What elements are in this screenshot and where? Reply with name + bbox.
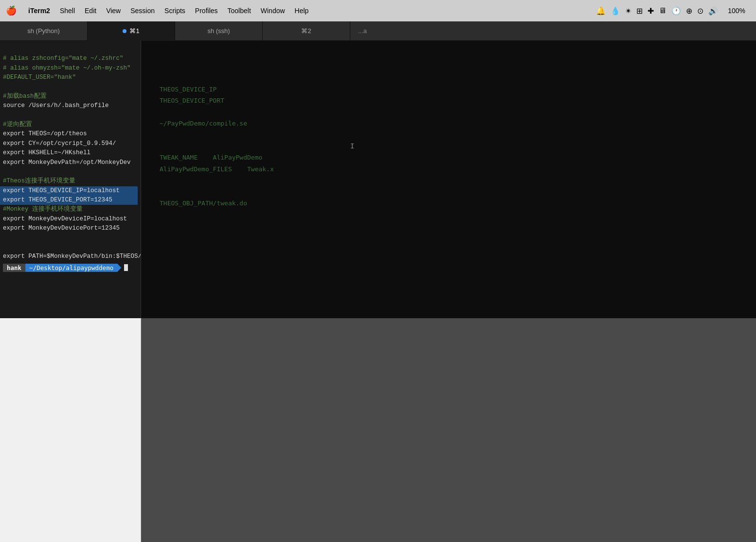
tab-cmd2-label: ⌘2 xyxy=(301,27,311,35)
tab-bar: sh (Python) ⌘1 sh (ssh) ⌘2 ...a xyxy=(0,21,756,41)
tab-cmd1[interactable]: ⌘1 xyxy=(88,21,175,41)
tab-extra-label: ...a xyxy=(358,27,367,35)
terminal-right-content: THEOS_DEVICE_IP THEOS_DEVICE_PORT ~/PayP… xyxy=(156,50,278,243)
bottom-right-pane xyxy=(141,318,756,542)
menubar-session[interactable]: Session xyxy=(126,5,160,17)
menubar-window[interactable]: Window xyxy=(256,5,290,17)
terminal-main-pane[interactable]: THEOS_DEVICE_IP THEOS_DEVICE_PORT ~/PayP… xyxy=(141,41,756,318)
menubar-help[interactable]: Help xyxy=(290,5,314,17)
cursor-indicator: I xyxy=(350,142,354,150)
menubar-view[interactable]: View xyxy=(101,5,126,17)
tab-cmd1-label: ⌘1 xyxy=(129,27,139,35)
prompt-username: hank xyxy=(3,264,25,272)
prompt-cursor xyxy=(124,264,128,271)
tab-ssh[interactable]: sh (ssh) xyxy=(175,21,263,41)
star-icon[interactable]: ✴ xyxy=(625,6,631,16)
menubar-iterm2[interactable]: iTerm2 xyxy=(23,5,55,17)
menubar-toolbelt[interactable]: Toolbelt xyxy=(223,5,256,17)
battery-pct: 100% xyxy=(723,5,750,17)
menubar-right: 🔔 💧 ✴ ⊞ ✚ 🖥 🕐 ⊕ ⊙ 🔊 100% xyxy=(596,5,750,17)
bottom-left-pane xyxy=(0,318,141,542)
tab-ssh-label: sh (ssh) xyxy=(207,27,230,35)
terminal-left-content: # alias zshconfig="mate ~/.zshrc" # alia… xyxy=(3,45,138,262)
monitor-icon[interactable]: 🖥 xyxy=(659,6,666,15)
prompt-line[interactable]: hank ~/Desktop/alipaypwddemo xyxy=(3,264,138,272)
tab-python-label: sh (Python) xyxy=(27,27,59,35)
tab-extra[interactable]: ...a xyxy=(350,27,375,35)
wifi-icon[interactable]: ⊙ xyxy=(697,6,703,16)
menubar-profiles[interactable]: Profiles xyxy=(190,5,223,17)
prompt-path: ~/Desktop/alipaypwddemo xyxy=(25,264,121,272)
network-icon[interactable]: ⊕ xyxy=(686,6,692,16)
grid-icon[interactable]: ⊞ xyxy=(636,6,643,16)
tab-cmd2[interactable]: ⌘2 xyxy=(263,21,350,41)
tab-active-dot xyxy=(123,29,126,33)
apple-menu[interactable]: 🍎 xyxy=(6,5,17,16)
menubar: 🍎 iTerm2 Shell Edit View Session Scripts… xyxy=(0,0,756,21)
bottom-area xyxy=(0,318,756,542)
iterm-window: sh (Python) ⌘1 sh (ssh) ⌘2 ...a # alias … xyxy=(0,21,756,542)
volume-icon[interactable]: 🔊 xyxy=(708,6,718,16)
water-icon[interactable]: 💧 xyxy=(611,6,620,16)
clock-icon[interactable]: 🕐 xyxy=(671,6,681,16)
plus-icon[interactable]: ✚ xyxy=(648,6,654,16)
terminal-left-pane[interactable]: # alias zshconfig="mate ~/.zshrc" # alia… xyxy=(0,41,141,318)
notification-icon[interactable]: 🔔 xyxy=(596,6,606,16)
menubar-edit[interactable]: Edit xyxy=(80,5,101,17)
menubar-shell[interactable]: Shell xyxy=(55,5,80,17)
tab-python[interactable]: sh (Python) xyxy=(0,21,88,41)
menubar-scripts[interactable]: Scripts xyxy=(160,5,190,17)
